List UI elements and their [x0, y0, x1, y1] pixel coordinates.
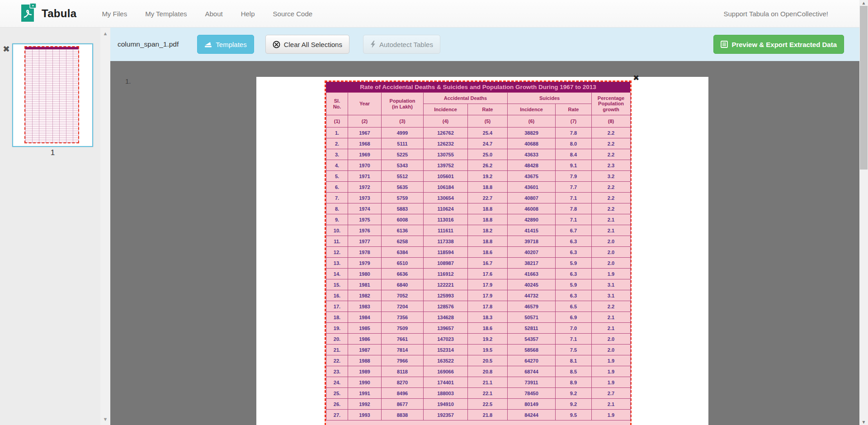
- main-nav: My FilesMy TemplatesAboutHelpSource Code: [93, 10, 321, 18]
- clear-all-selections-button[interactable]: Clear All Selections: [265, 35, 349, 54]
- selection-close-icon[interactable]: ✖: [633, 73, 639, 83]
- preview-export-button[interactable]: Preview & Export Extracted Data: [713, 35, 844, 54]
- close-page-icon[interactable]: ✖: [3, 44, 10, 54]
- column-number-cell: (6): [508, 115, 556, 128]
- clear-all-label: Clear All Selections: [284, 41, 342, 48]
- export-list-icon: [721, 41, 728, 48]
- table-row: 22.1988796616352220.5642708.11.9: [326, 355, 631, 366]
- sidebar: ✖ 1 ▲ ▼: [0, 28, 110, 425]
- column-number-cell: (7): [556, 115, 592, 128]
- tabula-logo-icon: [20, 2, 37, 25]
- column-number-cell: (8): [592, 115, 631, 128]
- header-suicides: Suicides: [508, 93, 592, 104]
- scroll-down-icon[interactable]: ▼: [100, 416, 110, 422]
- toolbar: column_span_1.pdf Templates Clear All Se…: [110, 28, 859, 61]
- table-row: 11.1977625811733818.8397186.32.0: [326, 236, 631, 247]
- table-row: 7.1973575913065422.7408077.12.2: [326, 193, 631, 203]
- table-row: 6.1972563510618418.8436017.72.2: [326, 182, 631, 193]
- table-row: 15.1981684012222117.9402455.93.1: [326, 279, 631, 290]
- thumbnail-table-selection: [24, 46, 79, 143]
- table-row: 9.1975600811301618.8428907.12.1: [326, 214, 631, 225]
- pdf-canvas: 1. Rate of Accidental Deaths & Suicides …: [110, 61, 859, 425]
- table-row: 21.1987781415231419.5585687.52.0: [326, 345, 631, 355]
- table-row: 4.1970534313975226.2484289.12.3: [326, 160, 631, 171]
- page-thumbnail[interactable]: [12, 43, 93, 147]
- header-incidence: Incidence: [508, 104, 556, 115]
- scrollbar-thumb[interactable]: [860, 6, 868, 170]
- autodetect-label: Autodetect Tables: [379, 41, 433, 48]
- header-sl-no: Sl. No.: [326, 93, 348, 115]
- lightning-icon: [370, 41, 376, 48]
- table-row: 18.1984735613462818.3505716.92.1: [326, 312, 631, 323]
- brand-name: Tabula: [42, 7, 76, 20]
- header-rate: Rate: [468, 104, 508, 115]
- nav-item-source-code[interactable]: Source Code: [264, 10, 322, 18]
- scrollbar-down-icon[interactable]: ▼: [859, 420, 868, 425]
- brand[interactable]: Tabula: [0, 2, 76, 25]
- page-marker: 1.: [125, 77, 131, 85]
- table-row: 14.1980663611691217.6416636.31.9: [326, 269, 631, 279]
- sidebar-scrollbar[interactable]: ▲ ▼: [100, 28, 110, 425]
- table-row: 8.1974588311062418.8460087.82.2: [326, 203, 631, 214]
- table-row: 16.1982705212599317.9447326.33.1: [326, 290, 631, 301]
- app-window: Tabula My FilesMy TemplatesAboutHelpSour…: [0, 0, 868, 425]
- table-row: 19.1985750913965718.6528117.02.1: [326, 323, 631, 334]
- header-rate: Rate: [556, 104, 592, 115]
- header-accidental-deaths: Accidental Deaths: [424, 93, 508, 104]
- nav-item-help[interactable]: Help: [232, 10, 264, 18]
- column-number-cell: (2): [348, 115, 382, 128]
- table-row: 2.1968511112623224.7406888.02.2: [326, 138, 631, 149]
- column-number-cell: (4): [424, 115, 468, 128]
- column-number-cell: (5): [468, 115, 508, 128]
- pdf-table-body: 1.1967499912676225.4388297.82.22.1968511…: [326, 128, 631, 420]
- scroll-up-icon[interactable]: ▲: [100, 31, 110, 36]
- table-selection[interactable]: Rate of Accidental Deaths & Suicides and…: [325, 80, 632, 425]
- window-scrollbar[interactable]: ▲ ▼: [859, 0, 868, 425]
- nav-item-my-templates[interactable]: My Templates: [136, 10, 196, 18]
- table-row: 24.1990827017440121.1739118.91.9: [326, 377, 631, 388]
- table-row: 20.1986766114702319.2543577.12.0: [326, 334, 631, 345]
- table-row: 12.1978638411859418.6402076.32.0: [326, 247, 631, 258]
- scrollbar-up-icon[interactable]: ▲: [859, 0, 868, 5]
- clear-circle-x-icon: [273, 41, 280, 48]
- table-row: 23.1989811816906620.8687448.51.9: [326, 366, 631, 377]
- autodetect-tables-button[interactable]: Autodetect Tables: [363, 35, 440, 54]
- table-row: 3.1969522513075525.0436338.42.2: [326, 149, 631, 160]
- templates-button[interactable]: Templates: [197, 35, 254, 54]
- column-number-cell: (1): [326, 115, 348, 128]
- export-label: Preview & Export Extracted Data: [731, 41, 837, 48]
- table-row: 10.1976613611161118.2414156.72.1: [326, 225, 631, 236]
- nav-item-about[interactable]: About: [196, 10, 231, 18]
- column-number-cell: (3): [382, 115, 424, 128]
- nav-item-my-files[interactable]: My Files: [93, 10, 136, 18]
- header-year: Year: [348, 93, 382, 115]
- filename: column_span_1.pdf: [118, 40, 179, 48]
- pdf-table: Rate of Accidental Deaths & Suicides and…: [326, 82, 630, 425]
- table-row: 17.1983720412857617.8465796.52.2: [326, 301, 631, 312]
- templates-icon: [204, 41, 212, 48]
- table-row: 1.1967499912676225.4388297.82.2: [326, 128, 631, 138]
- thumbnail-page-number: 1: [12, 148, 93, 157]
- templates-label: Templates: [216, 41, 246, 48]
- table-row: 25.1991849618800322.1784509.22.7: [326, 388, 631, 399]
- pdf-table-title: Rate of Accidental Deaths & Suicides and…: [326, 82, 630, 92]
- support-link[interactable]: Support Tabula on OpenCollective!: [723, 10, 828, 18]
- header-incidence: Incidence: [424, 104, 468, 115]
- navbar: Tabula My FilesMy TemplatesAboutHelpSour…: [0, 0, 859, 28]
- table-row: 26.1992867719491022.5801499.22.1: [326, 399, 631, 410]
- table-row: 27.1993883819235721.8842449.51.9: [326, 410, 631, 420]
- table-row: 5.1971551210560119.2436757.93.2: [326, 171, 631, 182]
- column-number-row: (1)(2)(3)(4)(5)(6)(7)(8): [326, 115, 631, 128]
- header-pct-growth: Percentage Population growth: [592, 93, 631, 115]
- pdf-page[interactable]: Rate of Accidental Deaths & Suicides and…: [256, 77, 708, 425]
- table-row: 13.1979651010898716.7382175.92.0: [326, 258, 631, 269]
- header-population: Population (in Lakh): [382, 93, 424, 115]
